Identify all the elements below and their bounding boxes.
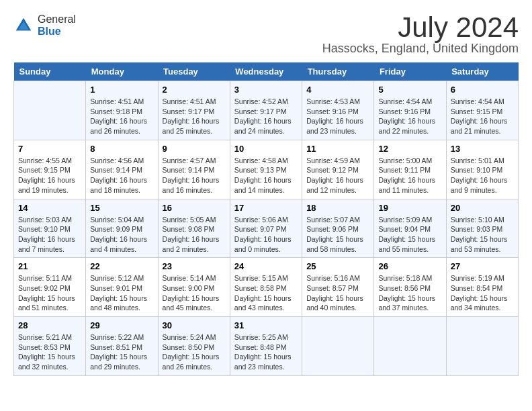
calendar-cell: 4 Sunrise: 4:53 AMSunset: 9:16 PMDayligh… bbox=[302, 81, 374, 140]
cell-content: Sunrise: 4:56 AMSunset: 9:14 PMDaylight:… bbox=[90, 156, 147, 194]
calendar-cell: 16 Sunrise: 5:05 AMSunset: 9:08 PMDaylig… bbox=[158, 199, 230, 258]
calendar-cell: 24 Sunrise: 5:15 AMSunset: 8:58 PMDaylig… bbox=[230, 258, 302, 317]
location-title: Hassocks, England, United Kingdom bbox=[322, 42, 519, 56]
calendar-cell: 1 Sunrise: 4:51 AMSunset: 9:18 PMDayligh… bbox=[86, 81, 158, 140]
cell-content: Sunrise: 5:21 AMSunset: 8:53 PMDaylight:… bbox=[18, 333, 75, 371]
cell-content: Sunrise: 5:09 AMSunset: 9:04 PMDaylight:… bbox=[378, 216, 435, 253]
calendar-cell: 30 Sunrise: 5:24 AMSunset: 8:50 PMDaylig… bbox=[158, 317, 230, 376]
logo-general: General bbox=[38, 13, 76, 26]
calendar-cell: 31 Sunrise: 5:25 AMSunset: 8:48 PMDaylig… bbox=[230, 317, 302, 376]
title-area: July 2024 Hassocks, England, United King… bbox=[322, 13, 519, 56]
date-number: 9 bbox=[163, 144, 226, 154]
calendar-cell bbox=[446, 317, 518, 376]
calendar-cell: 29 Sunrise: 5:22 AMSunset: 8:51 PMDaylig… bbox=[86, 317, 158, 376]
date-number: 23 bbox=[163, 261, 226, 271]
calendar-cell: 12 Sunrise: 5:00 AMSunset: 9:11 PMDaylig… bbox=[374, 140, 446, 199]
cell-content: Sunrise: 5:19 AMSunset: 8:54 PMDaylight:… bbox=[451, 274, 508, 312]
cell-content: Sunrise: 5:22 AMSunset: 8:51 PMDaylight:… bbox=[90, 333, 147, 371]
calendar-cell: 10 Sunrise: 4:58 AMSunset: 9:13 PMDaylig… bbox=[230, 140, 302, 199]
calendar-cell: 11 Sunrise: 4:59 AMSunset: 9:12 PMDaylig… bbox=[302, 140, 374, 199]
date-number: 15 bbox=[90, 203, 153, 213]
date-number: 7 bbox=[18, 144, 81, 154]
cell-content: Sunrise: 5:03 AMSunset: 9:10 PMDaylight:… bbox=[18, 216, 75, 253]
date-number: 16 bbox=[163, 203, 226, 213]
date-number: 1 bbox=[90, 85, 153, 95]
date-number: 21 bbox=[18, 261, 81, 271]
cell-content: Sunrise: 4:54 AMSunset: 9:15 PMDaylight:… bbox=[451, 97, 508, 135]
cell-content: Sunrise: 4:59 AMSunset: 9:12 PMDaylight:… bbox=[306, 156, 363, 194]
date-number: 28 bbox=[18, 320, 81, 330]
calendar-cell bbox=[374, 317, 446, 376]
logo: General Blue bbox=[13, 13, 76, 37]
header: General Blue July 2024 Hassocks, England… bbox=[13, 13, 519, 56]
cell-content: Sunrise: 5:00 AMSunset: 9:11 PMDaylight:… bbox=[378, 156, 435, 194]
date-number: 20 bbox=[451, 203, 514, 213]
cell-content: Sunrise: 4:58 AMSunset: 9:13 PMDaylight:… bbox=[234, 156, 292, 194]
calendar-cell: 14 Sunrise: 5:03 AMSunset: 9:10 PMDaylig… bbox=[14, 199, 86, 258]
calendar-cell: 7 Sunrise: 4:55 AMSunset: 9:15 PMDayligh… bbox=[14, 140, 86, 199]
date-number: 3 bbox=[234, 85, 298, 95]
col-header-friday: Friday bbox=[374, 62, 446, 81]
date-number: 10 bbox=[234, 144, 298, 154]
date-number: 26 bbox=[378, 261, 441, 271]
calendar-cell: 2 Sunrise: 4:51 AMSunset: 9:17 PMDayligh… bbox=[158, 81, 230, 140]
col-header-thursday: Thursday bbox=[302, 62, 374, 81]
cell-content: Sunrise: 4:52 AMSunset: 9:17 PMDaylight:… bbox=[234, 97, 292, 135]
date-number: 8 bbox=[90, 144, 153, 154]
cell-content: Sunrise: 5:15 AMSunset: 8:58 PMDaylight:… bbox=[234, 274, 292, 312]
col-header-monday: Monday bbox=[86, 62, 158, 81]
calendar-cell: 18 Sunrise: 5:07 AMSunset: 9:06 PMDaylig… bbox=[302, 199, 374, 258]
calendar-cell: 9 Sunrise: 4:57 AMSunset: 9:14 PMDayligh… bbox=[158, 140, 230, 199]
col-header-tuesday: Tuesday bbox=[158, 62, 230, 81]
calendar-cell: 20 Sunrise: 5:10 AMSunset: 9:03 PMDaylig… bbox=[446, 199, 518, 258]
week-row-2: 7 Sunrise: 4:55 AMSunset: 9:15 PMDayligh… bbox=[14, 140, 519, 199]
calendar-cell: 15 Sunrise: 5:04 AMSunset: 9:09 PMDaylig… bbox=[86, 199, 158, 258]
calendar-cell: 5 Sunrise: 4:54 AMSunset: 9:16 PMDayligh… bbox=[374, 81, 446, 140]
cell-content: Sunrise: 5:25 AMSunset: 8:48 PMDaylight:… bbox=[234, 333, 292, 371]
cell-content: Sunrise: 5:06 AMSunset: 9:07 PMDaylight:… bbox=[234, 216, 292, 253]
date-number: 31 bbox=[234, 320, 298, 330]
cell-content: Sunrise: 5:04 AMSunset: 9:09 PMDaylight:… bbox=[90, 216, 147, 253]
date-number: 30 bbox=[163, 320, 226, 330]
week-row-5: 28 Sunrise: 5:21 AMSunset: 8:53 PMDaylig… bbox=[14, 317, 519, 376]
date-number: 5 bbox=[378, 85, 441, 95]
calendar-cell: 21 Sunrise: 5:11 AMSunset: 9:02 PMDaylig… bbox=[14, 258, 86, 317]
col-header-wednesday: Wednesday bbox=[230, 62, 302, 81]
calendar-cell bbox=[14, 81, 86, 140]
date-number: 2 bbox=[163, 85, 226, 95]
cell-content: Sunrise: 4:53 AMSunset: 9:16 PMDaylight:… bbox=[306, 97, 363, 135]
calendar-cell: 19 Sunrise: 5:09 AMSunset: 9:04 PMDaylig… bbox=[374, 199, 446, 258]
cell-content: Sunrise: 4:51 AMSunset: 9:18 PMDaylight:… bbox=[90, 97, 147, 135]
date-number: 13 bbox=[451, 144, 514, 154]
cell-content: Sunrise: 4:55 AMSunset: 9:15 PMDaylight:… bbox=[18, 156, 75, 194]
calendar-cell: 3 Sunrise: 4:52 AMSunset: 9:17 PMDayligh… bbox=[230, 81, 302, 140]
calendar-cell: 13 Sunrise: 5:01 AMSunset: 9:10 PMDaylig… bbox=[446, 140, 518, 199]
cell-content: Sunrise: 5:16 AMSunset: 8:57 PMDaylight:… bbox=[306, 274, 363, 312]
calendar-cell: 28 Sunrise: 5:21 AMSunset: 8:53 PMDaylig… bbox=[14, 317, 86, 376]
logo-text: General Blue bbox=[38, 13, 76, 37]
cell-content: Sunrise: 5:11 AMSunset: 9:02 PMDaylight:… bbox=[18, 274, 75, 312]
date-number: 19 bbox=[378, 203, 441, 213]
week-row-1: 1 Sunrise: 4:51 AMSunset: 9:18 PMDayligh… bbox=[14, 81, 519, 140]
date-number: 17 bbox=[234, 203, 298, 213]
cell-content: Sunrise: 5:12 AMSunset: 9:01 PMDaylight:… bbox=[90, 274, 147, 312]
calendar-cell: 25 Sunrise: 5:16 AMSunset: 8:57 PMDaylig… bbox=[302, 258, 374, 317]
date-number: 22 bbox=[90, 261, 153, 271]
calendar-cell: 17 Sunrise: 5:06 AMSunset: 9:07 PMDaylig… bbox=[230, 199, 302, 258]
date-number: 4 bbox=[306, 85, 369, 95]
cell-content: Sunrise: 5:14 AMSunset: 9:00 PMDaylight:… bbox=[163, 274, 220, 312]
cell-content: Sunrise: 5:24 AMSunset: 8:50 PMDaylight:… bbox=[163, 333, 220, 371]
date-number: 25 bbox=[306, 261, 369, 271]
col-header-saturday: Saturday bbox=[446, 62, 518, 81]
cell-content: Sunrise: 5:01 AMSunset: 9:10 PMDaylight:… bbox=[451, 156, 508, 194]
date-number: 14 bbox=[18, 203, 81, 213]
header-row: SundayMondayTuesdayWednesdayThursdayFrid… bbox=[14, 62, 519, 81]
calendar-cell: 26 Sunrise: 5:18 AMSunset: 8:56 PMDaylig… bbox=[374, 258, 446, 317]
cell-content: Sunrise: 4:57 AMSunset: 9:14 PMDaylight:… bbox=[163, 156, 220, 194]
date-number: 12 bbox=[378, 144, 441, 154]
date-number: 27 bbox=[451, 261, 514, 271]
logo-icon bbox=[13, 15, 34, 36]
calendar-cell bbox=[302, 317, 374, 376]
cell-content: Sunrise: 4:54 AMSunset: 9:16 PMDaylight:… bbox=[378, 97, 435, 135]
month-title: July 2024 bbox=[322, 13, 519, 42]
